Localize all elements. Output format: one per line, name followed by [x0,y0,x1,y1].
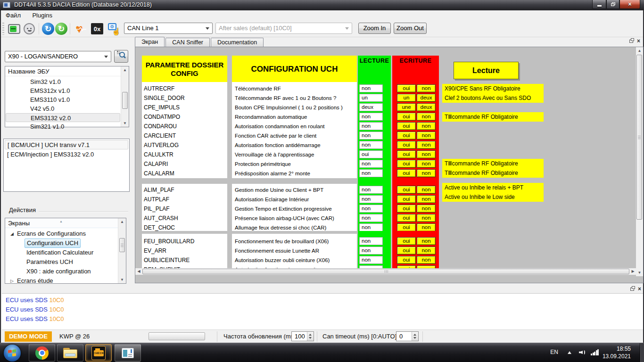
show-desktop-button[interactable] [640,343,644,362]
tree-item[interactable]: Paramètres UCH [6,257,117,267]
write-option-button[interactable]: une [397,103,416,111]
write-option-button[interactable]: non [417,247,436,255]
scroll-up-icon[interactable]: ▲ [118,218,126,225]
write-option-button[interactable]: non [417,132,436,140]
tree-header[interactable]: Экраны ▲ [5,218,126,228]
loaded-ecu-item[interactable]: [ ECM/Injection ] EMS3132 v2.0 [5,150,128,159]
lecture-value-field[interactable]: non [359,237,383,245]
taskbar-chrome-button[interactable] [29,344,55,362]
tab-documentation[interactable]: Documentation [211,38,264,47]
scroll-down-icon[interactable]: ▼ [118,276,126,283]
reload-database-icon[interactable]: ↻ [55,22,68,35]
tree-item-label[interactable]: X90 : aide configuration [26,267,91,276]
vehicle-combobox[interactable]: X90 - LOGAN/SANDERO [5,51,111,62]
lecture-value-field[interactable]: non [359,186,383,194]
refresh-rate-spinbox[interactable]: 100 [291,331,314,341]
tree-collapsed-icon[interactable]: ▷ [10,276,14,286]
dock-close-icon[interactable]: × [638,287,641,291]
write-option-button[interactable]: oui [397,214,416,222]
hidden-icons-arrow[interactable] [568,351,571,354]
tree-item[interactable]: ◢Ecrans de Configurations [6,229,117,239]
tree-item[interactable]: X90 : aide configuration [6,267,117,276]
tree-item[interactable]: Configuration UCH [6,239,117,248]
lecture-value-field[interactable]: un [359,94,383,102]
tree-item-label[interactable]: Configuration UCH [25,239,81,248]
can-line-combobox[interactable]: CAN Line 1 [124,23,213,34]
menu-plugins[interactable]: Plugins [27,10,57,20]
scroll-right-icon[interactable]: ▶ [629,268,636,275]
write-option-button[interactable]: oui [397,141,416,149]
write-option-button[interactable]: oui [397,160,416,168]
vertical-scrollbar[interactable]: ▲ ▼ [636,47,643,276]
tree-scrollbar[interactable]: ▲ ▼ [118,218,126,283]
write-option-button[interactable]: non [417,223,436,231]
zoom-out-button[interactable]: Zoom Out [394,23,427,34]
hex-mode-icon[interactable]: 0x [91,22,104,35]
write-option-button[interactable]: oui [397,205,416,213]
write-option-button[interactable]: non [417,237,436,245]
tree-expanded-icon[interactable]: ◢ [10,229,14,239]
session-combobox[interactable]: After sales (default) [10C0] [215,23,352,34]
write-option-button[interactable]: non [417,214,436,222]
toolbar-drag-handle[interactable] [2,23,4,35]
volume-icon[interactable] [579,349,586,355]
write-option-button[interactable]: deux [417,94,436,102]
write-option-button[interactable]: oui [397,195,416,203]
dock-float-icon[interactable] [629,40,633,43]
write-option-button[interactable]: oui [397,122,416,130]
ecu-list-scrollbar[interactable]: ▲ ▼ [121,66,129,127]
lecture-button[interactable]: Lecture [454,62,519,79]
scroll-up-icon[interactable]: ▲ [121,66,129,74]
language-indicator[interactable]: EN [550,349,558,355]
diagnostics-heart-icon[interactable]: ♥ [73,22,86,35]
write-option-button[interactable]: non [417,113,436,121]
lecture-value-field[interactable]: non [359,122,383,130]
write-option-button[interactable]: non [417,256,436,264]
lecture-value-field[interactable]: deux [359,103,383,111]
scan-search-button[interactable] [114,50,128,63]
restore-button[interactable] [606,0,619,9]
write-option-button[interactable]: oui [397,84,416,92]
scroll-down-icon[interactable]: ▼ [636,269,643,276]
close-button[interactable]: × [619,0,640,9]
tree-item-label[interactable]: Identification Calculateur [26,248,93,257]
write-option-button[interactable]: non [417,205,436,213]
write-option-button[interactable]: oui [397,169,416,177]
tree-item-label[interactable]: Ecrans étude [17,276,53,286]
write-option-button[interactable]: oui [397,247,416,255]
plugin-launcher-icon[interactable]: ⚙☝ [107,22,121,35]
minimize-button[interactable] [592,0,606,9]
dock-float-icon[interactable] [630,288,634,291]
write-option-button[interactable]: oui [397,113,416,121]
write-option-button[interactable]: oui [397,132,416,140]
zoom-in-button[interactable]: Zoom In [358,23,391,34]
lecture-value-field[interactable]: non [359,214,383,222]
loaded-ecu-item[interactable]: [ BCM/UCH ] UCH transv v7.1 [5,140,128,149]
scroll-left-icon[interactable]: ◀ [135,268,142,275]
lecture-value-field[interactable]: non [359,84,383,92]
lecture-value-field[interactable]: non [359,247,383,255]
write-option-button[interactable]: non [417,169,436,177]
write-option-button[interactable]: non [417,122,436,130]
clock[interactable]: 18:55 13.09.2021 [603,345,631,360]
ecu-list-item[interactable]: EMS3132 v2.0 [6,113,120,122]
dock-close-icon[interactable]: × [637,39,640,43]
write-option-button[interactable]: non [417,150,436,158]
lecture-value-field[interactable]: non [359,223,383,231]
tree-item-label[interactable]: Ecrans de Configurations [17,229,86,239]
write-option-button[interactable]: un [397,94,416,102]
refresh-icon[interactable]: ↻ [41,22,55,35]
write-option-button[interactable]: oui [397,150,416,158]
tab-can-sniffer[interactable]: CAN Sniffer [165,38,210,47]
taskbar-ddt4all-button[interactable]: CHECK [85,344,112,362]
menu-file[interactable]: Файл [1,10,25,20]
lecture-value-field[interactable]: non [359,205,383,213]
write-option-button[interactable]: non [417,141,436,149]
scroll-up-icon[interactable]: ▲ [636,47,643,54]
write-option-button[interactable]: deux [417,103,436,111]
ecu-list-item[interactable]: EMS3110 v1.0 [6,95,120,104]
horizontal-scrollbar[interactable]: ◀ ▶ [135,268,636,275]
write-option-button[interactable]: non [417,186,436,194]
ecu-screen-icon[interactable] [8,22,21,35]
lecture-value-field[interactable]: non [359,113,383,121]
